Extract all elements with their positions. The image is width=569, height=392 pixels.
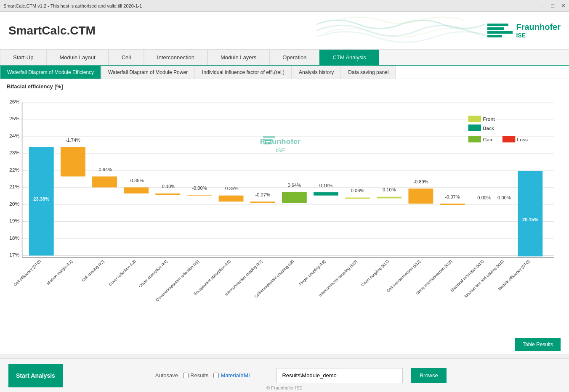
fraunhofer-name: Fraunhofer	[516, 22, 561, 32]
results-checkbox[interactable]	[183, 373, 189, 378]
footer: Start Analysis Autosave Results Material…	[0, 358, 569, 392]
svg-text:Front: Front	[483, 117, 495, 122]
tab-operation[interactable]: Operation	[269, 50, 319, 65]
svg-text:Junction box and cabling (k15): Junction box and cabling (k15)	[463, 259, 505, 299]
svg-text:Fraunhofer: Fraunhofer	[260, 138, 300, 146]
svg-text:Electrical mismatch (k14): Electrical mismatch (k14)	[449, 259, 485, 293]
tab-module-layout[interactable]: Module Layout	[46, 50, 108, 65]
svg-text:20.15%: 20.15%	[522, 217, 538, 222]
waterfall-chart: 26% 25% 24% 23% 22% 21% 20% 19% 18% 17% …	[7, 91, 562, 318]
svg-text:Finger coupling (k9): Finger coupling (k9)	[298, 259, 327, 286]
sub-tabs: Waterfall Diagram of Module Efficiency W…	[0, 66, 569, 79]
svg-text:-0.64%: -0.64%	[97, 167, 112, 172]
materialxml-checkbox-label[interactable]: MaterialXML	[213, 372, 251, 379]
bar-cover-coupling	[377, 197, 401, 199]
start-analysis-button[interactable]: Start Analysis	[8, 364, 63, 387]
titlebar-controls[interactable]: — □ ✕	[539, 3, 566, 9]
main-content: Bifacial efficiency [%] 26% 25% 24% 23% …	[0, 79, 569, 354]
svg-text:-0.00%: -0.00%	[192, 186, 207, 191]
logo-bars	[487, 24, 513, 37]
results-checkbox-label[interactable]: Results	[183, 372, 208, 379]
svg-text:ISE: ISE	[275, 147, 285, 154]
svg-text:Cover coupling (k11): Cover coupling (k11)	[360, 259, 390, 287]
autosave-label: Autosave	[155, 372, 178, 379]
path-input[interactable]	[277, 368, 403, 383]
bar-cell-spacing	[92, 177, 117, 188]
svg-text:-0.07%: -0.07%	[255, 192, 271, 197]
subtab-waterfall-power[interactable]: Waterfall Diagram of Module Power	[101, 66, 195, 79]
svg-text:-1.74%: -1.74%	[66, 138, 81, 143]
svg-text:Back: Back	[483, 125, 494, 131]
svg-text:-0.10%: -0.10%	[160, 184, 175, 189]
svg-text:22%: 22%	[9, 167, 20, 173]
bar-module-margin	[61, 147, 85, 176]
logo-bar-3	[487, 31, 513, 34]
svg-text:-0.89%: -0.89%	[413, 179, 428, 184]
svg-rect-65	[468, 136, 481, 142]
maximize-button[interactable]: □	[551, 3, 554, 9]
svg-text:-0.35%: -0.35%	[129, 178, 144, 183]
subtab-waterfall-efficiency[interactable]: Waterfall Diagram of Module Efficiency	[0, 66, 101, 79]
bar-cell-interconnection	[408, 188, 433, 204]
svg-text:Gain: Gain	[483, 137, 494, 143]
header: SmartCalc.CTM Fraunhofer ISE	[0, 12, 569, 50]
svg-text:19%: 19%	[9, 218, 20, 224]
bar-cover-absorption	[155, 193, 180, 195]
svg-text:0.00%: 0.00%	[497, 196, 511, 201]
svg-text:20%: 20%	[9, 201, 20, 207]
titlebar-title: SmartCalc.CTM v1.2 - This host is author…	[3, 3, 142, 8]
subtab-analysis-history[interactable]: Analysis history	[292, 66, 341, 79]
svg-text:23.38%: 23.38%	[33, 197, 49, 202]
bar-interconnector-coupling	[345, 198, 370, 199]
close-button[interactable]: ✕	[561, 3, 566, 9]
svg-text:-0.07%: -0.07%	[445, 194, 460, 199]
svg-text:24%: 24%	[9, 133, 20, 139]
logo-bar-4	[487, 35, 502, 37]
svg-text:26%: 26%	[9, 99, 20, 105]
tab-module-layers[interactable]: Module Layers	[207, 50, 269, 65]
bar-junction-box	[494, 205, 515, 205]
titlebar: SmartCalc.CTM v1.2 - This host is author…	[0, 0, 569, 12]
materialxml-label: MaterialXML	[221, 372, 251, 379]
svg-text:Cell spacing (k2): Cell spacing (k2)	[80, 259, 105, 283]
svg-text:Interconnection shading (k7): Interconnection shading (k7)	[224, 259, 263, 297]
svg-rect-67	[503, 136, 515, 142]
tab-interconnection[interactable]: Interconnection	[144, 50, 207, 65]
svg-text:Loss: Loss	[517, 137, 528, 143]
table-results-button[interactable]: Table Results	[515, 338, 561, 351]
bar-electrical-mismatch	[472, 205, 497, 205]
bar-cover-encapsulant-refl	[187, 195, 212, 196]
tab-startup[interactable]: Start-Up	[0, 50, 46, 65]
fraunhofer-logo: Fraunhofer ISE	[487, 22, 561, 39]
bar-cell-encapsulant-coupling	[282, 192, 307, 203]
bar-module-efficiency	[518, 171, 542, 256]
subtab-individual-influence[interactable]: Individual influence factor of effi.(rel…	[195, 66, 292, 79]
materialxml-checkbox[interactable]	[213, 373, 219, 378]
svg-text:18%: 18%	[9, 235, 20, 241]
svg-text:0.10%: 0.10%	[383, 187, 396, 192]
svg-text:25%: 25%	[9, 116, 20, 122]
logo-bar-1	[487, 24, 508, 26]
subtab-data-saving[interactable]: Data saving panel	[341, 66, 396, 79]
svg-text:0.18%: 0.18%	[319, 183, 333, 188]
svg-rect-26	[263, 143, 271, 145]
bar-string-interconnection	[440, 204, 465, 205]
results-label: Results	[190, 372, 208, 379]
bar-cover-reflection	[124, 188, 149, 193]
svg-text:Cover reflection (k3): Cover reflection (k3)	[108, 259, 137, 287]
header-decoration	[316, 12, 485, 50]
autosave-section: Autosave Results MaterialXML	[155, 372, 252, 379]
logo-text-group: Fraunhofer ISE	[516, 22, 561, 39]
svg-rect-61	[468, 116, 481, 122]
tab-cell[interactable]: Cell	[109, 50, 144, 65]
minimize-button[interactable]: —	[539, 3, 544, 9]
footer-copyright: © Fraunhofer ISE	[266, 385, 303, 392]
browse-button[interactable]: Browse	[411, 368, 446, 383]
svg-text:0.64%: 0.64%	[288, 183, 301, 188]
bar-interconnection-shading	[250, 201, 275, 203]
nav-tabs: Start-Up Module Layout Cell Interconnect…	[0, 50, 569, 66]
chart-title: Bifacial efficiency [%]	[7, 83, 562, 90]
svg-text:23%: 23%	[9, 150, 20, 156]
svg-text:21%: 21%	[9, 184, 20, 190]
tab-ctm-analysis[interactable]: CTM Analysis	[319, 50, 379, 65]
